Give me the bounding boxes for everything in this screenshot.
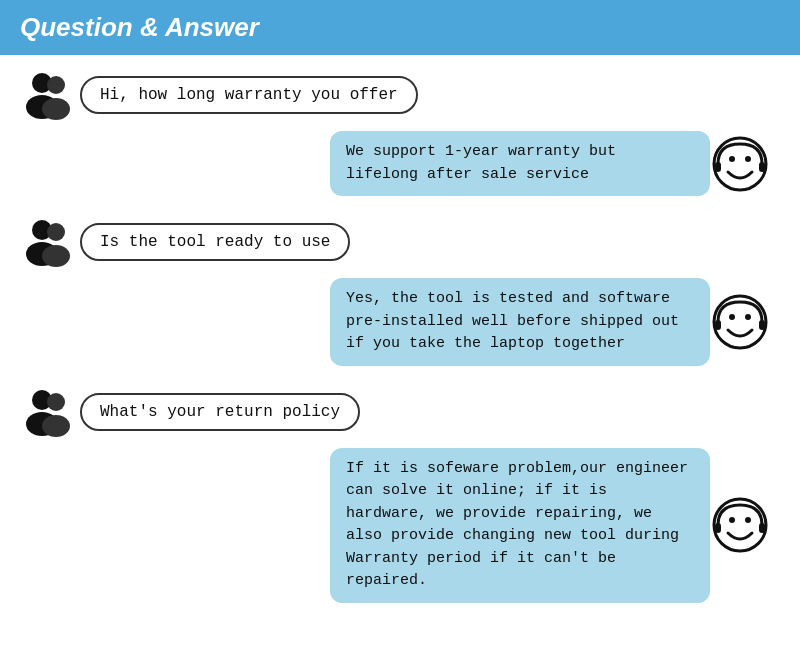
user-bubble-2: Is the tool ready to use [80, 223, 350, 261]
svg-point-24 [745, 517, 751, 523]
user-avatar-1 [20, 65, 80, 125]
svg-rect-25 [715, 523, 721, 533]
page-header: Question & Answer [0, 0, 800, 55]
agent-bubble-3: If it is sofeware problem,our engineer c… [330, 448, 710, 603]
svg-point-4 [714, 138, 766, 190]
svg-rect-26 [759, 523, 765, 533]
svg-point-2 [47, 76, 65, 94]
user-bubble-3: What's your return policy [80, 393, 360, 431]
svg-rect-8 [759, 162, 765, 172]
svg-point-21 [42, 415, 70, 437]
agent-avatar-1 [710, 134, 770, 194]
agent-avatar-2 [710, 292, 770, 352]
svg-point-22 [714, 499, 766, 551]
agent-message-row-3: If it is sofeware problem,our engineer c… [20, 448, 780, 603]
svg-rect-7 [715, 162, 721, 172]
agent-avatar-3 [710, 495, 770, 555]
svg-point-15 [745, 314, 751, 320]
svg-point-20 [47, 393, 65, 411]
svg-point-23 [729, 517, 735, 523]
svg-point-13 [714, 296, 766, 348]
user-avatar-3 [20, 382, 80, 442]
svg-point-5 [729, 156, 735, 162]
svg-point-12 [42, 245, 70, 267]
svg-point-3 [42, 98, 70, 120]
svg-point-14 [729, 314, 735, 320]
agent-bubble-2: Yes, the tool is tested and software pre… [330, 278, 710, 366]
user-avatar-2 [20, 212, 80, 272]
svg-rect-17 [759, 320, 765, 330]
chat-container: Hi, how long warranty you offer We suppo… [0, 55, 800, 615]
page-title: Question & Answer [20, 12, 259, 42]
agent-bubble-1: We support 1-year warranty but lifelong … [330, 131, 710, 196]
user-message-row-3: What's your return policy [20, 382, 780, 442]
user-message-row-2: Is the tool ready to use [20, 212, 780, 272]
agent-message-row-2: Yes, the tool is tested and software pre… [20, 278, 780, 366]
svg-point-11 [47, 223, 65, 241]
agent-message-row-1: We support 1-year warranty but lifelong … [20, 131, 780, 196]
user-message-row-1: Hi, how long warranty you offer [20, 65, 780, 125]
user-bubble-1: Hi, how long warranty you offer [80, 76, 418, 114]
svg-rect-16 [715, 320, 721, 330]
svg-point-6 [745, 156, 751, 162]
